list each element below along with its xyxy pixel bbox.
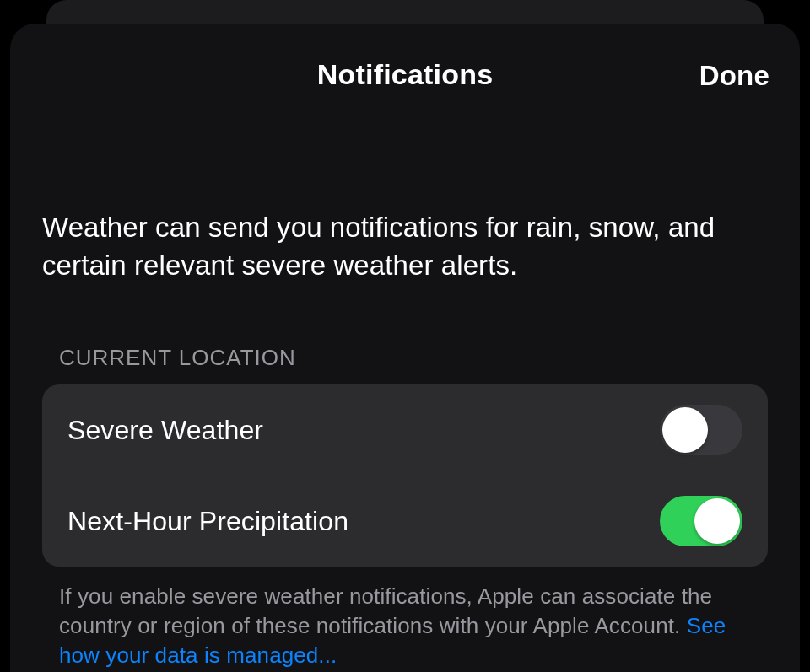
intro-text: Weather can send you notifications for r…: [10, 125, 800, 284]
row-severe-weather: Severe Weather: [42, 384, 768, 476]
toggle-next-hour-precipitation[interactable]: [660, 496, 742, 546]
current-location-section: CURRENT LOCATION Severe Weather Next-Hou…: [10, 345, 800, 670]
done-button[interactable]: Done: [699, 60, 770, 92]
settings-group: Severe Weather Next-Hour Precipitation: [42, 384, 768, 567]
modal-sheet: Notifications Done Weather can send you …: [10, 24, 800, 672]
section-footer: If you enable severe weather notificatio…: [42, 567, 768, 670]
toggle-knob: [662, 407, 708, 453]
section-header: CURRENT LOCATION: [42, 345, 768, 384]
nav-bar: Notifications Done: [10, 24, 800, 125]
toggle-severe-weather[interactable]: [660, 405, 742, 455]
footer-text: If you enable severe weather notificatio…: [59, 583, 712, 638]
row-label-next-hour-precipitation: Next-Hour Precipitation: [68, 506, 348, 537]
row-next-hour-precipitation: Next-Hour Precipitation: [42, 476, 768, 567]
toggle-knob: [694, 498, 740, 544]
page-title: Notifications: [317, 58, 494, 91]
row-label-severe-weather: Severe Weather: [68, 415, 263, 446]
